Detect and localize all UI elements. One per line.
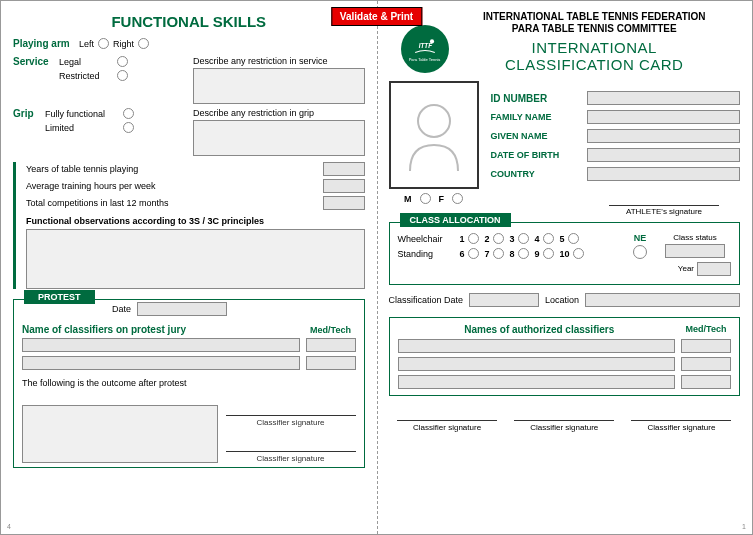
right-panel: ITTF Para Table Tennis INTERNATIONAL TAB…	[377, 1, 753, 534]
class-3-label: 3	[510, 234, 515, 244]
service-restricted-label: Restricted	[59, 71, 113, 81]
grip-describe-label: Describe any restriction in grip	[193, 108, 365, 118]
grip-label: Grip	[13, 108, 41, 119]
service-label: Service	[13, 56, 55, 67]
class-status-input[interactable]	[665, 244, 725, 258]
location-input[interactable]	[585, 293, 740, 307]
outcome-input[interactable]	[22, 405, 218, 463]
given-label: GIVEN NAME	[491, 131, 581, 141]
auth-medtech-1-input[interactable]	[681, 339, 731, 353]
outcome-label: The following is the outcome after prote…	[22, 378, 356, 388]
card-title-1: INTERNATIONAL	[449, 39, 741, 56]
func-obs-label: Functional observations according to 3S …	[26, 216, 365, 226]
given-input[interactable]	[587, 129, 741, 143]
gender-m-radio[interactable]	[420, 193, 431, 204]
photo-frame	[389, 81, 479, 189]
standing-label: Standing	[398, 249, 454, 259]
athlete-signature-line: ATHLETE's signature	[609, 205, 719, 216]
comps-label: Total competitions in last 12 months	[26, 198, 169, 208]
class-allocation-section: ATHLETE's signature CLASS ALLOCATION Whe…	[389, 222, 741, 285]
class-9-radio[interactable]	[543, 248, 554, 259]
auth-name-2-input[interactable]	[398, 357, 676, 371]
jury-medtech-1-input[interactable]	[306, 338, 356, 352]
jury-label: Name of classifiers on protest jury	[22, 324, 186, 335]
class-1-label: 1	[460, 234, 465, 244]
years-label: Years of table tennis playing	[26, 164, 138, 174]
gender-f-radio[interactable]	[452, 193, 463, 204]
playing-arm-left-radio[interactable]	[98, 38, 109, 49]
comps-input[interactable]	[323, 196, 365, 210]
id-label: ID NUMBER	[491, 93, 581, 104]
grip-full-radio[interactable]	[123, 108, 134, 119]
page-number-right: 1	[742, 523, 746, 530]
ne-label: NE	[634, 233, 647, 243]
opt-left-label: Left	[79, 39, 94, 49]
class-7-label: 7	[485, 249, 490, 259]
classification-date-input[interactable]	[469, 293, 539, 307]
class-7-radio[interactable]	[493, 248, 504, 259]
year-input[interactable]	[697, 262, 731, 276]
protest-date-label: Date	[112, 304, 131, 314]
service-legal-radio[interactable]	[117, 56, 128, 67]
grip-limited-label: Limited	[45, 123, 119, 133]
auth-medtech-label: Med/Tech	[681, 324, 731, 335]
auth-medtech-2-input[interactable]	[681, 357, 731, 371]
service-restriction-input[interactable]	[193, 68, 365, 104]
ne-radio[interactable]	[633, 245, 647, 259]
gender-m-label: M	[404, 194, 412, 204]
jury-name-1-input[interactable]	[22, 338, 300, 352]
class-5-label: 5	[560, 234, 565, 244]
badge-text: Para Table Tennis	[409, 57, 441, 62]
id-input[interactable]	[587, 91, 741, 105]
auth-name-1-input[interactable]	[398, 339, 676, 353]
bottom-sig-1: Classifier signature	[397, 420, 497, 432]
functional-skills-title: FUNCTIONAL SKILLS	[13, 13, 365, 30]
class-4-radio[interactable]	[543, 233, 554, 244]
playing-arm-right-radio[interactable]	[138, 38, 149, 49]
hours-input[interactable]	[323, 179, 365, 193]
class-10-label: 10	[560, 249, 570, 259]
family-input[interactable]	[587, 110, 741, 124]
years-input[interactable]	[323, 162, 365, 176]
class-5-radio[interactable]	[568, 233, 579, 244]
validate-print-button[interactable]: Validate & Print	[331, 7, 422, 26]
org-line-2: PARA TABLE TENNIS COMMITTEE	[449, 23, 741, 35]
opt-right-label: Right	[113, 39, 134, 49]
dob-label: DATE OF BIRTH	[491, 150, 581, 160]
country-input[interactable]	[587, 167, 741, 181]
class-2-label: 2	[485, 234, 490, 244]
class-3-radio[interactable]	[518, 233, 529, 244]
wheelchair-label: Wheelchair	[398, 234, 454, 244]
grip-restriction-input[interactable]	[193, 120, 365, 156]
service-describe-label: Describe any restriction in service	[193, 56, 365, 66]
left-panel: FUNCTIONAL SKILLS Playing arm Left Right…	[1, 1, 377, 534]
class-10-radio[interactable]	[573, 248, 584, 259]
classification-date-label: Classification Date	[389, 295, 464, 305]
org-line-1: INTERNATIONAL TABLE TENNIS FEDERATION	[449, 11, 741, 23]
protest-sig-1: Classifier signature	[226, 415, 356, 427]
bottom-sig-3: Classifier signature	[631, 420, 731, 432]
jury-name-2-input[interactable]	[22, 356, 300, 370]
func-obs-input[interactable]	[26, 229, 365, 289]
year-label: Year	[678, 264, 694, 273]
class-allocation-tab: CLASS ALLOCATION	[400, 213, 511, 227]
svg-text:ITTF: ITTF	[418, 41, 431, 48]
protest-date-input[interactable]	[137, 302, 227, 316]
bottom-sig-2: Classifier signature	[514, 420, 614, 432]
avatar-placeholder-icon	[398, 93, 470, 177]
class-6-radio[interactable]	[468, 248, 479, 259]
ittf-badge: ITTF Para Table Tennis	[401, 25, 449, 73]
jury-medtech-2-input[interactable]	[306, 356, 356, 370]
class-2-radio[interactable]	[493, 233, 504, 244]
ittf-logo-icon: ITTF	[411, 37, 439, 57]
auth-name-3-input[interactable]	[398, 375, 676, 389]
auth-medtech-3-input[interactable]	[681, 375, 731, 389]
service-restricted-radio[interactable]	[117, 70, 128, 81]
protest-medtech-label: Med/Tech	[306, 325, 356, 335]
class-8-radio[interactable]	[518, 248, 529, 259]
class-1-radio[interactable]	[468, 233, 479, 244]
class-8-label: 8	[510, 249, 515, 259]
svg-point-2	[418, 105, 450, 137]
grip-limited-radio[interactable]	[123, 122, 134, 133]
dob-input[interactable]	[587, 148, 741, 162]
